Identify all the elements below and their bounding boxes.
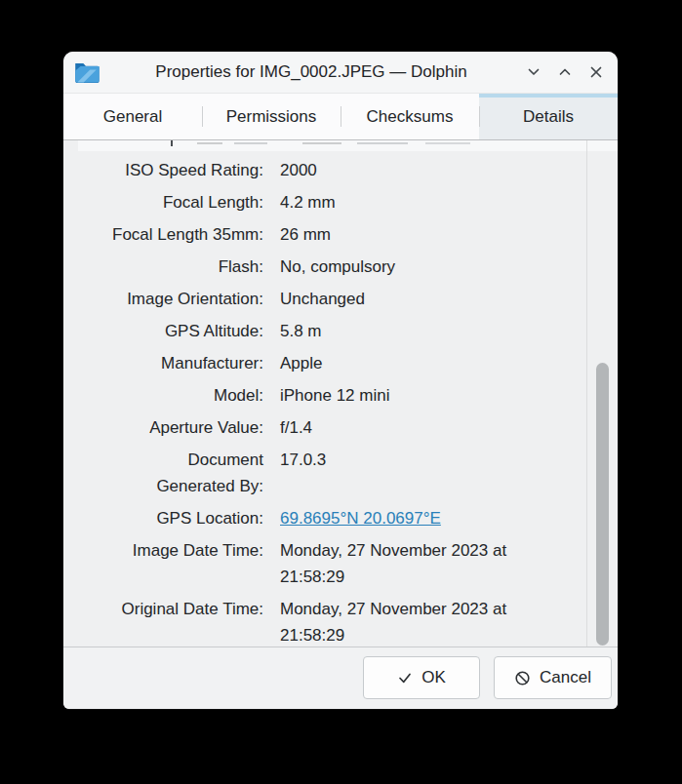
tab[interactable]: Checksums [341, 94, 479, 139]
detail-value: 2000 [280, 157, 543, 183]
detail-label: Flash: [78, 254, 263, 280]
detail-row: GPS Altitude: 5.8 m [78, 318, 618, 344]
details-list: ISO Speed Rating: 2000 Focal Length: 4.2… [63, 140, 618, 647]
detail-row: ISO Speed Rating: 2000 [78, 157, 618, 183]
detail-value: No, compulsory [280, 254, 543, 280]
detail-row: Focal Length 35mm: 26 mm [78, 221, 618, 248]
detail-row: GPS Location: 69.8695°N 20.0697°E [78, 505, 618, 531]
close-icon[interactable] [585, 61, 607, 83]
tab-label: Permissions [226, 107, 317, 127]
properties-dialog: Properties for IMG_0002.JPEG — Dolphin G… [63, 52, 618, 709]
detail-row: Document Generated By: 17.0.3 [78, 447, 618, 499]
detail-value: 4.2 mm [280, 189, 543, 216]
detail-label: ISO Speed Rating: [78, 157, 263, 183]
detail-row: Image Date Time: Monday, 27 November 202… [78, 537, 618, 590]
titlebar: Properties for IMG_0002.JPEG — Dolphin [63, 52, 618, 94]
cancel-button[interactable]: Cancel [494, 656, 612, 699]
detail-value: Unchanged [280, 286, 543, 312]
detail-row: Manufacturer: Apple [78, 350, 618, 376]
detail-label: Focal Length: [78, 189, 263, 216]
chevron-up-icon[interactable] [554, 61, 576, 83]
detail-label: Manufacturer: [78, 350, 263, 376]
details-pane: ISO Speed Rating: 2000 Focal Length: 4.2… [63, 140, 618, 647]
detail-row: Aperture Value: f/1.4 [78, 414, 618, 441]
detail-label: Document Generated By: [78, 447, 263, 499]
detail-value: iPhone 12 mini [280, 382, 543, 409]
detail-label: Image Date Time: [78, 537, 263, 564]
scrollbar-thumb[interactable] [596, 363, 609, 646]
detail-label: Model: [78, 382, 263, 409]
tab-bar: General Permissions Checksums Details [63, 94, 618, 140]
detail-value: f/1.4 [280, 414, 543, 441]
detail-value: Monday, 27 November 2023 at 21:58:29 [280, 537, 543, 590]
window-title: Properties for IMG_0002.JPEG — Dolphin [100, 62, 523, 82]
detail-value: 26 mm [280, 221, 543, 248]
tab-label: Details [523, 107, 574, 127]
folder-icon [74, 60, 100, 84]
window-controls [523, 61, 607, 83]
detail-label: Original Date Time: [78, 596, 263, 622]
tab[interactable]: General [63, 94, 202, 139]
tab[interactable]: Details [479, 94, 618, 139]
cancel-icon [514, 670, 531, 686]
scroll-separator [586, 140, 587, 647]
detail-row: Model: iPhone 12 mini [78, 382, 618, 409]
detail-value: 5.8 m [280, 318, 543, 344]
screen-background: { "window": { "title": "Properties for I… [0, 0, 682, 784]
tab-label: General [103, 107, 162, 127]
detail-value: 17.0.3 [280, 447, 543, 473]
detail-label: Focal Length 35mm: [78, 221, 263, 248]
button-box: OK Cancel [63, 647, 618, 709]
detail-value: Apple [280, 350, 543, 376]
detail-row: Focal Length: 4.2 mm [78, 189, 618, 216]
gps-location-link[interactable]: 69.8695°N 20.0697°E [280, 505, 543, 531]
detail-row: Flash: No, compulsory [78, 254, 618, 280]
tab[interactable]: Permissions [202, 94, 341, 139]
detail-label: GPS Altitude: [78, 318, 263, 344]
cancel-label: Cancel [540, 668, 591, 687]
detail-row: Original Date Time: Monday, 27 November … [78, 596, 618, 647]
tab-label: Checksums [367, 107, 454, 127]
detail-label: Aperture Value: [78, 414, 263, 441]
detail-label: Image Orientation: [78, 286, 263, 312]
detail-label: GPS Location: [78, 505, 263, 531]
detail-row: Image Orientation: Unchanged [78, 286, 618, 312]
detail-value: Monday, 27 November 2023 at 21:58:29 [280, 596, 543, 647]
chevron-down-icon[interactable] [523, 61, 544, 83]
clipped-row [78, 140, 618, 151]
ok-label: OK [421, 668, 446, 687]
check-icon [397, 670, 413, 686]
ok-button[interactable]: OK [363, 656, 480, 699]
scrollbar-track[interactable] [591, 140, 613, 647]
